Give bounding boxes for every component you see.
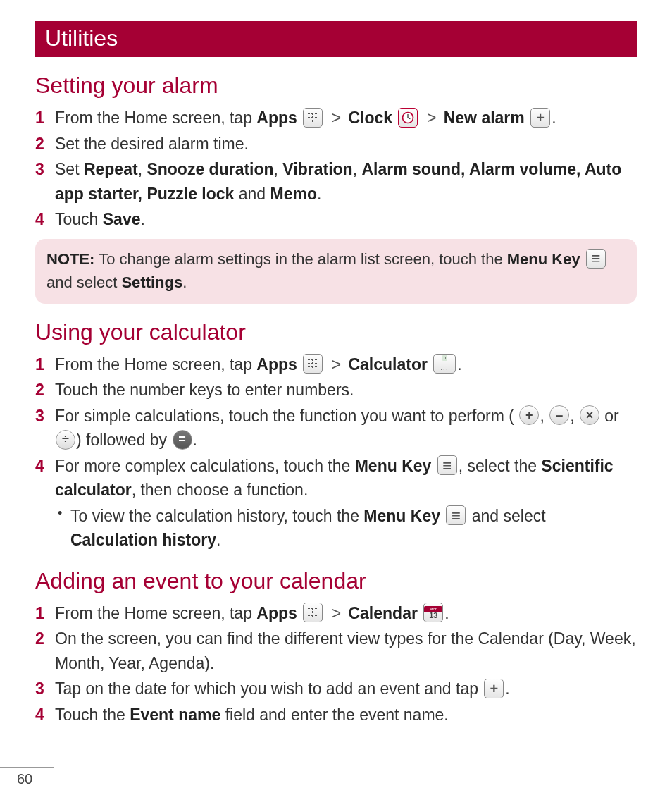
step: 3 For simple calculations, touch the fun… (35, 404, 637, 452)
divide-button-icon: ÷ (56, 430, 75, 450)
calendar-icon: Mon13 (423, 603, 443, 622)
step: 2 On the screen, you can find the differ… (35, 627, 637, 675)
calendar-steps: 1 From the Home screen, tap Apps > Calen… (35, 601, 637, 727)
step: 4 Touch Save. (35, 207, 637, 232)
step-text: From the Home screen, tap (55, 109, 256, 127)
menu-key-icon (586, 249, 606, 269)
step-number: 4 (35, 207, 44, 232)
page-number: 60 (0, 771, 32, 787)
plus-icon (484, 679, 504, 698)
alarm-steps: 1 From the Home screen, tap Apps > Clock… (35, 106, 637, 232)
apps-grid-icon (303, 354, 323, 374)
step-text: Set the desired alarm time. (55, 135, 249, 153)
chapter-title: Utilities (45, 25, 118, 51)
step: 1 From the Home screen, tap Apps > Calen… (35, 601, 637, 626)
bold-text: Clock (348, 109, 392, 127)
step: 4 For more complex calculations, touch t… (35, 454, 637, 553)
bold-text: Apps (256, 109, 297, 127)
step-text: Set (55, 160, 84, 178)
calculator-steps: 1 From the Home screen, tap Apps > Calcu… (35, 352, 637, 553)
step-number: 1 (35, 106, 44, 130)
multiply-button-icon: × (580, 405, 599, 425)
sub-bullet-list: To view the calculation history, touch t… (55, 504, 637, 553)
step: 4 Touch the Event name field and enter t… (35, 703, 637, 727)
menu-key-icon (437, 455, 457, 475)
bold-text: New alarm (444, 109, 525, 127)
clock-icon (398, 108, 418, 128)
step: 3 Tap on the date for which you wish to … (35, 677, 637, 701)
menu-key-icon (446, 505, 466, 525)
chapter-header: Utilities (35, 21, 637, 57)
step: 3 Set Repeat, Snooze duration, Vibration… (35, 157, 637, 206)
step-number: 2 (35, 132, 44, 156)
step: 1 From the Home screen, tap Apps > Clock… (35, 106, 637, 130)
step: 2 Touch the number keys to enter numbers… (35, 378, 637, 402)
section-heading-calculator: Using your calculator (35, 319, 637, 345)
equals-button-icon: = (173, 430, 192, 450)
sub-bullet: To view the calculation history, touch t… (55, 504, 637, 553)
step: 2 Set the desired alarm time. (35, 132, 637, 156)
plus-button-icon: + (519, 405, 539, 425)
plus-icon (530, 108, 550, 128)
step: 1 From the Home screen, tap Apps > Calcu… (35, 352, 637, 377)
breadcrumb-arrow: > (329, 109, 344, 127)
calculator-icon: 0∙∙∙∙∙∙ (433, 354, 456, 374)
section-heading-calendar: Adding an event to your calendar (35, 568, 637, 594)
breadcrumb-arrow: > (424, 109, 439, 127)
minus-button-icon: – (549, 405, 569, 425)
step-number: 3 (35, 157, 44, 182)
document-page: Utilities Setting your alarm 1 From the … (0, 0, 672, 727)
note-label: NOTE: (46, 250, 94, 268)
apps-grid-icon (303, 108, 323, 128)
apps-grid-icon (303, 603, 323, 622)
section-heading-alarm: Setting your alarm (35, 73, 637, 99)
note-box: NOTE: To change alarm settings in the al… (35, 239, 637, 304)
